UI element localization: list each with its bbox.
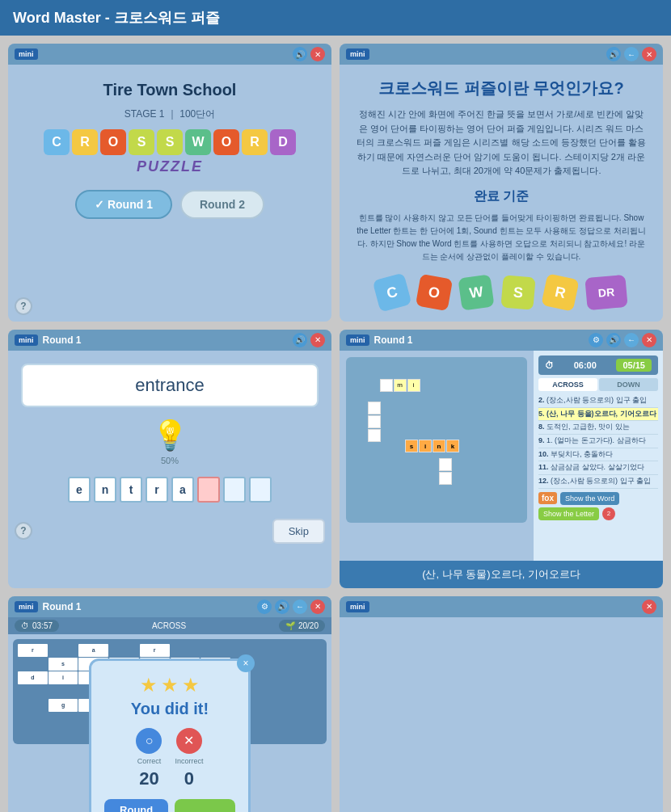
star-2: ★ (161, 674, 179, 696)
hint-tools: fox Show the Word (538, 492, 658, 505)
logo-badge: mini (15, 601, 38, 612)
panel-info-header: mini 🔊 ← ✕ (340, 44, 663, 65)
bc-e (171, 644, 200, 657)
close-icon[interactable]: ✕ (642, 47, 656, 61)
clue-2[interactable]: 2. (장소,사람 등으로의) 입구 출입 (538, 394, 658, 408)
letter-box-7 (249, 477, 272, 503)
back-icon[interactable]: ← (624, 333, 639, 347)
bc: i (49, 671, 78, 684)
panel-results: mini Round 1 ⚙ 🔊 ← ✕ ⏱ 03:57 ACROSS 🌱 20… (8, 596, 331, 812)
show-letter-button[interactable]: Show the Letter (538, 507, 599, 520)
back-icon[interactable]: ← (293, 600, 307, 614)
help-button-game[interactable]: ? (15, 522, 32, 540)
sound-icon[interactable]: 🔊 (606, 47, 621, 61)
progress-badge: 05/15 (616, 359, 652, 372)
letter-o2: O (213, 129, 239, 155)
bc: a (78, 644, 108, 657)
empty-cell (380, 379, 393, 392)
panel-info-body: 크로스워드 퍼즐이란 무엇인가요? 정해진 시간 안에 화면에 주어진 한글 뜻… (340, 65, 663, 322)
stars-row: ★ ★ ★ (104, 674, 235, 696)
crossword-cells: s i n k m i (354, 364, 524, 516)
cell-n: n (433, 440, 445, 452)
letter-box-5[interactable] (197, 477, 220, 503)
header-icons: 🔊 ✕ (293, 47, 325, 61)
stat-score: 🌱 20/20 (279, 620, 325, 632)
bc-e (262, 685, 292, 698)
clue-12[interactable]: 12. (장소,사람 등으로의) 입구 출입 (538, 475, 658, 489)
vert-col2 (439, 458, 452, 485)
bc-e (262, 644, 292, 657)
word-display: entrance (21, 364, 319, 407)
timer-value: 03:57 (32, 621, 53, 630)
replay-modal-button[interactable]: Replay (175, 799, 235, 812)
tab-across[interactable]: ACROSS (538, 378, 597, 391)
letter-box-1: n (94, 477, 116, 503)
logo-badge: mini (15, 48, 38, 60)
bc-e (262, 699, 292, 712)
panel-info: mini 🔊 ← ✕ 크로스워드 퍼즐이란 무엇인가요? 정해진 시간 안에 화… (340, 44, 663, 322)
incorrect-icon: ✕ (176, 728, 202, 754)
sound-icon[interactable]: 🔊 (606, 333, 621, 347)
skip-button[interactable]: Skip (272, 519, 325, 544)
sound-icon[interactable]: 🔊 (293, 47, 307, 61)
header-left: mini Round 1 (346, 334, 413, 346)
float-letter-c: C (373, 272, 412, 312)
close-icon[interactable]: ✕ (642, 600, 656, 614)
panel-crossword-header: mini Round 1 ⚙ 🔊 ← ✕ (340, 330, 663, 351)
app-title: Word Master - 크로스워드 퍼즐 (13, 10, 220, 26)
close-modal-button[interactable]: × (237, 654, 255, 672)
close-icon[interactable]: ✕ (310, 47, 325, 61)
round1-button[interactable]: ✓ Round 1 (75, 190, 172, 219)
bc-e (262, 658, 292, 671)
clock-icon: ⏱ (21, 621, 29, 630)
panel-game-header: mini Round 1 🔊 ✕ (8, 330, 331, 351)
panel-empty-body (340, 617, 663, 637)
sound-icon[interactable]: 🔊 (275, 600, 289, 614)
incorrect-label: Incorrect (175, 757, 203, 765)
panel-word-game: mini Round 1 🔊 ✕ entrance 💡 50% e n t r … (8, 330, 331, 588)
letter-box-4: a (171, 477, 194, 503)
letter-box-6 (223, 477, 246, 503)
round2-modal-button[interactable]: Round 2 (104, 799, 168, 812)
header-left: mini (346, 601, 369, 612)
clue-9[interactable]: 9. 1. (얼마는 돈고가다). 삼금하다 (538, 435, 658, 448)
letter-boxes: e n t r a (68, 477, 272, 503)
panel-empty-header: mini ✕ (340, 596, 663, 617)
back-icon[interactable]: ← (624, 47, 639, 61)
clue-list: 2. (장소,사람 등으로의) 입구 출입 5. (산, 나무 등을)오르다, … (538, 394, 658, 489)
hl-cell: m (394, 379, 407, 392)
help-button[interactable]: ? (15, 297, 32, 315)
clue-11[interactable]: 11. 삼금삼금 살았다. 살살기었다 (538, 461, 658, 475)
bc: g (49, 699, 78, 712)
header-icons: ⚙ 🔊 ← ✕ (257, 600, 325, 614)
tab-down[interactable]: DOWN (599, 378, 658, 391)
crossword-logo: C R O S S W O R D PUZZLE (44, 129, 296, 175)
panel-crossword-body: s i n k m i (340, 351, 663, 561)
crossword-wrapper: s i n k m i (340, 351, 663, 588)
show-word-button[interactable]: Show the Word (560, 492, 619, 505)
logo-badge: mini (346, 334, 369, 346)
close-icon[interactable]: ✕ (642, 333, 656, 347)
settings-icon[interactable]: ⚙ (589, 333, 603, 347)
bc-e (200, 644, 230, 657)
close-icon[interactable]: ✕ (310, 600, 325, 614)
results-modal: × ★ ★ ★ You did it! ○ Correct 20 ✕ Incor… (89, 658, 251, 812)
bc-e (292, 685, 322, 698)
vert-col (368, 402, 381, 442)
clue-5[interactable]: 5. (산, 나무 등을)오르다, 기어오르다 (538, 408, 658, 422)
bc-e (292, 658, 322, 671)
puzzle-text: PUZZLE (137, 158, 203, 175)
settings-icon[interactable]: ⚙ (257, 600, 272, 614)
round-label: Round 1 (43, 334, 82, 346)
close-icon[interactable]: ✕ (310, 333, 325, 347)
clock-icon: ⏱ (545, 360, 554, 370)
sound-icon[interactable]: 🔊 (293, 333, 307, 347)
bc-e (18, 685, 48, 698)
panel-results-body: r a r s o m e t h (8, 634, 331, 812)
score-row: ○ Correct 20 ✕ Incorrect 0 (104, 728, 235, 789)
round2-button[interactable]: Round 2 (180, 190, 264, 219)
info-title: 크로스워드 퍼즐이란 무엇인가요? (356, 78, 647, 99)
clue-10[interactable]: 10. 부딪치다, 충돌하다 (538, 448, 658, 462)
clue-8[interactable]: 8. 도적인, 고급한, 맛이 있는 (538, 421, 658, 435)
star-3: ★ (182, 674, 200, 696)
